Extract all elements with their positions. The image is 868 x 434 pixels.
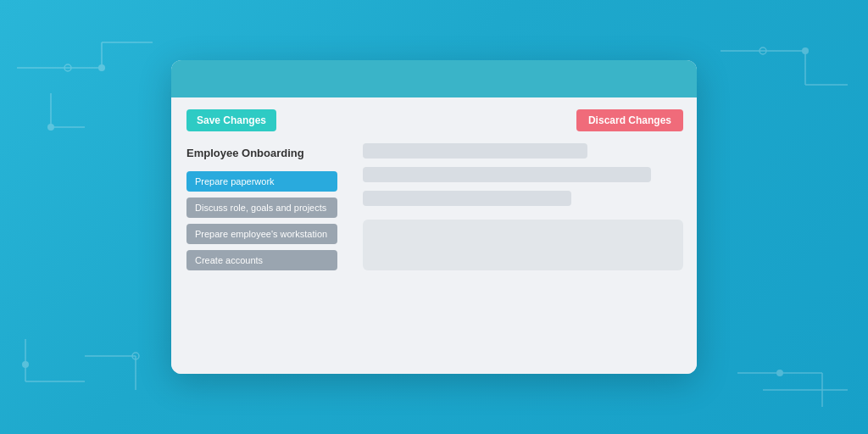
toolbar-row: Save Changes	[186, 109, 337, 131]
task-item[interactable]: Create accounts	[186, 250, 337, 270]
discard-button[interactable]: Discard Changes	[576, 109, 683, 131]
left-panel: Save Changes Employee Onboarding Prepare…	[171, 97, 349, 374]
discard-row: Discard Changes	[363, 109, 683, 131]
svg-point-3	[98, 64, 105, 71]
task-item[interactable]: Prepare paperwork	[186, 171, 337, 192]
task-list: Prepare paperwork Discuss role, goals an…	[186, 171, 337, 270]
svg-point-7	[47, 124, 54, 131]
save-button[interactable]: Save Changes	[186, 109, 276, 131]
main-window: Save Changes Employee Onboarding Prepare…	[171, 60, 697, 374]
right-panel: Discard Changes	[349, 97, 697, 374]
content-bar-1	[363, 143, 587, 159]
svg-point-15	[22, 361, 29, 368]
section-title: Employee Onboarding	[186, 147, 337, 159]
content-bar-2	[363, 167, 651, 182]
svg-point-21	[776, 370, 783, 376]
task-item[interactable]: Prepare employee's workstation	[186, 224, 337, 244]
content-box	[363, 220, 683, 270]
svg-point-11	[802, 47, 809, 54]
task-item[interactable]: Discuss role, goals and projects	[186, 198, 337, 218]
window-body: Save Changes Employee Onboarding Prepare…	[171, 97, 697, 374]
content-bar-3	[363, 191, 571, 206]
window-titlebar	[171, 60, 697, 97]
